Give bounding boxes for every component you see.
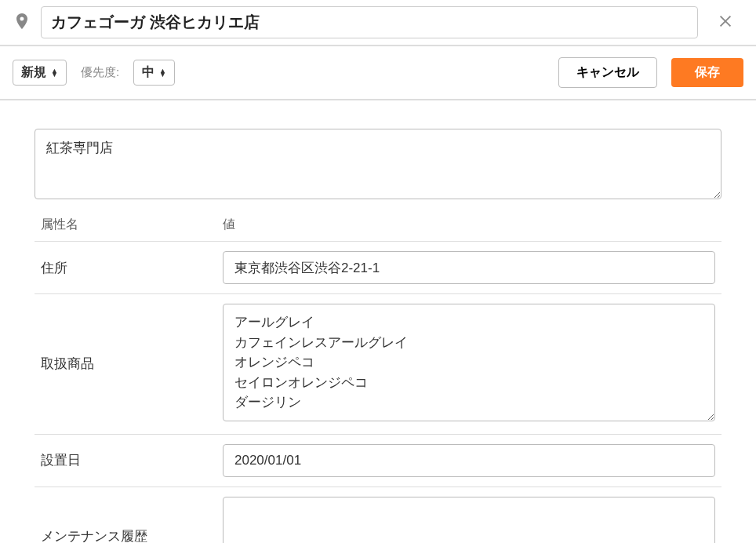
attribute-value-input[interactable] (223, 251, 715, 284)
updown-icon: ▲▼ (159, 69, 166, 77)
attribute-label: 取扱商品 (41, 355, 223, 373)
location-pin-icon (13, 12, 31, 34)
attr-header-name: 属性名 (41, 217, 223, 233)
attribute-label: 住所 (41, 259, 223, 277)
attribute-row: 設置日 (35, 434, 721, 487)
attribute-label: 設置日 (41, 451, 223, 469)
attribute-value-input[interactable] (223, 444, 715, 477)
attribute-value-cell (223, 304, 715, 425)
header-row (0, 0, 756, 45)
attribute-row: 住所 (35, 241, 721, 293)
attribute-row: 取扱商品 (35, 293, 721, 434)
priority-select[interactable]: 中 ▲▼ (133, 60, 175, 86)
attribute-value-input[interactable] (223, 497, 715, 544)
attribute-value-cell (223, 497, 715, 544)
priority-label: 優先度: (81, 65, 119, 80)
attribute-header: 属性名 値 (35, 202, 721, 241)
save-button[interactable]: 保存 (671, 58, 743, 87)
title-input[interactable] (41, 6, 698, 38)
attribute-row: メンテナンス履歴 (35, 487, 721, 544)
attribute-value-input[interactable] (223, 304, 715, 421)
updown-icon: ▲▼ (51, 69, 58, 77)
attribute-value-cell (223, 251, 715, 284)
close-icon[interactable] (707, 13, 743, 33)
attr-header-value: 値 (223, 217, 715, 233)
attribute-value-cell (223, 444, 715, 477)
attribute-label: メンテナンス履歴 (41, 527, 223, 543)
description-textarea[interactable] (35, 129, 721, 199)
cancel-button[interactable]: キャンセル (558, 57, 657, 88)
status-select[interactable]: 新規 ▲▼ (13, 60, 67, 86)
status-value: 新規 (21, 64, 46, 81)
form-area: 属性名 値 住所取扱商品設置日メンテナンス履歴 (0, 100, 756, 543)
toolbar: 新規 ▲▼ 優先度: 中 ▲▼ キャンセル 保存 (0, 46, 756, 99)
priority-value: 中 (142, 64, 154, 81)
